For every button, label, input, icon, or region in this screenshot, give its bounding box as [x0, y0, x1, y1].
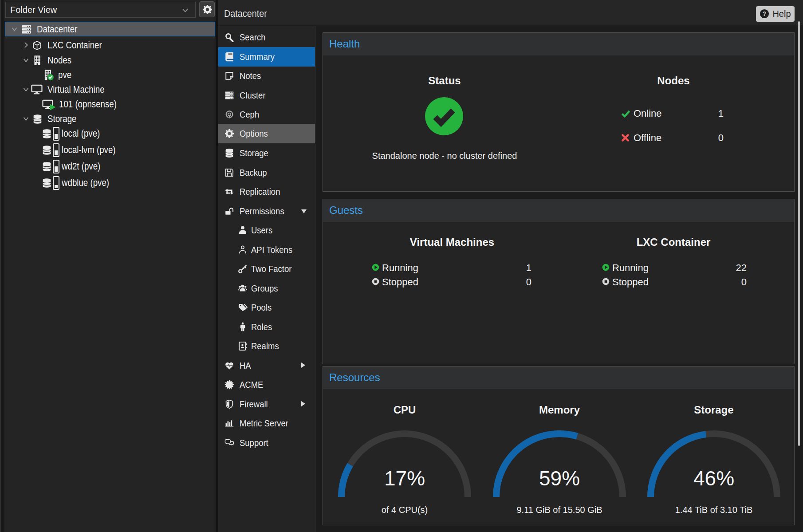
svg-text:?: ?: [763, 11, 766, 17]
